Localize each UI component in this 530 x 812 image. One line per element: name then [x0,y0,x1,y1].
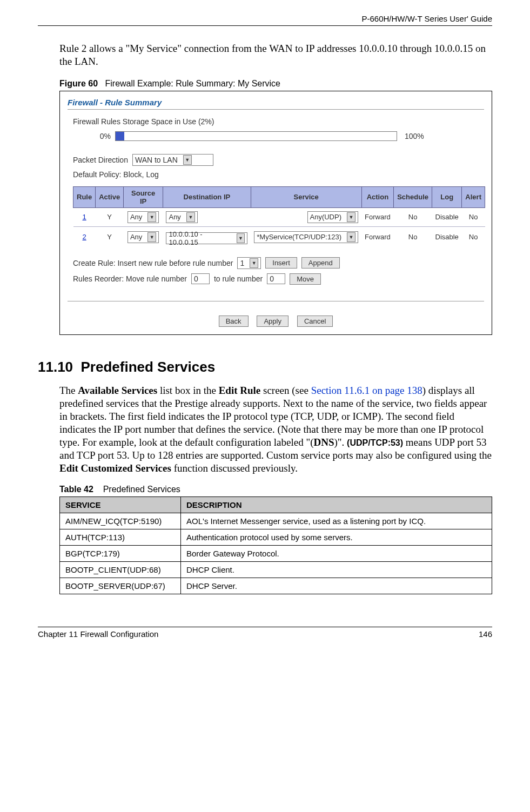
col-active: Active [96,186,124,207]
service-value: *MyService(TCP/UDP:123) [257,233,345,241]
create-rule-number[interactable]: 1 ▼ [237,257,261,269]
bold-text: Edit Rule [219,385,261,396]
service-value: Any(UDP) [310,213,345,221]
storage-bar-row: 0% 100% [89,131,487,141]
description-cell: DHCP Client. [181,562,492,578]
header-rule [38,25,492,26]
description-cell: DHCP Server. [181,578,492,594]
storage-bar-fill [116,132,124,140]
service-cell: BOOTP_SERVER(UDP:67) [60,578,181,594]
storage-pct-left: 0% [89,132,111,140]
default-policy: Default Policy: Block, Log [73,170,487,179]
rules-table: Rule Active Source IP Destination IP Ser… [73,186,485,247]
dest-value: 10.0.0.10 - 10.0.0.15 [169,230,234,246]
figure-title: Firewall Example: Rule Summary: My Servi… [105,79,280,88]
create-rule-value: 1 [240,259,247,267]
create-rule-row: Create Rule: Insert new rule before rule… [73,257,487,269]
storage-label: Firewall Rules Storage Space in Use (2%) [73,117,487,126]
col-rule: Rule [73,186,96,207]
footer-left: Chapter 11 Firewall Configuration [38,629,158,639]
bold-text: Available Services [78,385,157,396]
service-select[interactable]: *MyService(TCP/UDP:123) ▼ [254,231,358,243]
move-button[interactable]: Move [290,273,321,285]
reorder-from-input[interactable]: 0 [191,273,210,284]
cell-action: Forward [361,226,394,247]
panel-divider-bottom [68,301,484,301]
cancel-button[interactable]: Cancel [297,316,333,327]
rules-header-row: Rule Active Source IP Destination IP Ser… [73,186,485,207]
source-select[interactable]: Any ▼ [128,231,159,243]
create-rule-label: Create Rule: Insert new rule before rule… [73,259,233,267]
dest-value: Any [169,213,184,221]
table-label: Table 42 [59,485,93,494]
apply-button[interactable]: Apply [257,316,289,327]
service-select[interactable]: Any(UDP) ▼ [307,211,359,223]
description-cell: AOL's Internet Messenger service, used a… [181,513,492,529]
panel-title: Firewall - Rule Summary [68,98,487,107]
insert-button[interactable]: Insert [265,257,297,269]
running-header: P-660H/HW/W-T Series User' Guide [38,14,492,23]
footer-right: 146 [479,629,492,639]
col-service: Service [251,186,361,207]
cell-alert: No [462,226,485,247]
col-service: SERVICE [60,497,181,513]
chevron-down-icon: ▼ [347,212,355,222]
reorder-row: Rules Reorder: Move rule number 0 to rul… [73,273,487,285]
cell-schedule: No [394,226,432,247]
panel-divider [68,109,484,110]
packet-direction-label: Packet Direction [73,156,128,164]
packet-direction-select[interactable]: WAN to LAN ▼ [132,154,213,166]
cell-active: Y [96,207,124,226]
rule-link-1[interactable]: 1 [82,213,86,221]
dest-select[interactable]: Any ▼ [166,211,197,223]
col-log: Log [432,186,462,207]
table-row: 2 Y Any ▼ 10.0.0.10 - 10.0.0.15 ▼ [73,226,485,247]
figure-caption: Figure 60 Firewall Example: Rule Summary… [59,79,492,89]
col-source: Source IP [124,186,163,207]
cell-log: Disable [432,207,462,226]
services-table: SERVICE DESCRIPTION AIM/NEW_ICQ(TCP:5190… [59,496,492,594]
col-schedule: Schedule [394,186,432,207]
cell-alert: No [462,207,485,226]
table-row: AIM/NEW_ICQ(TCP:5190) AOL's Internet Mes… [60,513,492,529]
text: function discussed previously. [171,462,298,474]
predefined-paragraph: The Available Services list box in the E… [59,384,492,475]
bold-text: Edit Customized Services [59,462,171,474]
service-cell: BOOTP_CLIENT(UDP:68) [60,562,181,578]
source-value: Any [130,233,145,241]
bold-text: DNS [313,437,334,448]
source-select[interactable]: Any ▼ [128,211,159,223]
section-heading: 11.10 Predefined Services [38,359,492,375]
panel-button-row: Back Apply Cancel [64,316,487,327]
table-row: BOOTP_SERVER(UDP:67) DHCP Server. [60,578,492,594]
back-button[interactable]: Back [219,316,249,327]
cell-action: Forward [361,207,394,226]
table-row: AUTH(TCP:113) Authentication protocol us… [60,529,492,546]
col-dest: Destination IP [163,186,251,207]
packet-direction-value: WAN to LAN [135,156,181,164]
storage-bar [115,131,397,141]
text: list box in the [157,385,218,396]
packet-direction-row: Packet Direction WAN to LAN ▼ [73,154,487,166]
chevron-down-icon: ▼ [237,233,245,243]
text: screen (see [260,385,311,396]
chevron-down-icon: ▼ [147,212,156,222]
table-row: BGP(TCP:179) Border Gateway Protocol. [60,546,492,562]
figure-label: Figure 60 [59,79,98,88]
cell-log: Disable [432,226,462,247]
chevron-down-icon: ▼ [347,232,355,242]
service-cell: BGP(TCP:179) [60,546,181,562]
cell-schedule: No [394,207,432,226]
services-header-row: SERVICE DESCRIPTION [60,497,492,513]
append-button[interactable]: Append [301,257,340,269]
reorder-to-input[interactable]: 0 [267,273,285,284]
rule-link-2[interactable]: 2 [82,233,86,241]
description-cell: Border Gateway Protocol. [181,546,492,562]
col-alert: Alert [462,186,485,207]
chevron-down-icon: ▼ [250,258,258,268]
page-footer: Chapter 11 Firewall Configuration 146 [38,627,492,639]
section-crossref-link[interactable]: Section 11.6.1 on page 138 [311,385,422,396]
reorder-label-mid: to rule number [214,274,263,283]
chevron-down-icon: ▼ [147,232,156,242]
dest-select[interactable]: 10.0.0.10 - 10.0.0.15 ▼ [166,232,247,244]
